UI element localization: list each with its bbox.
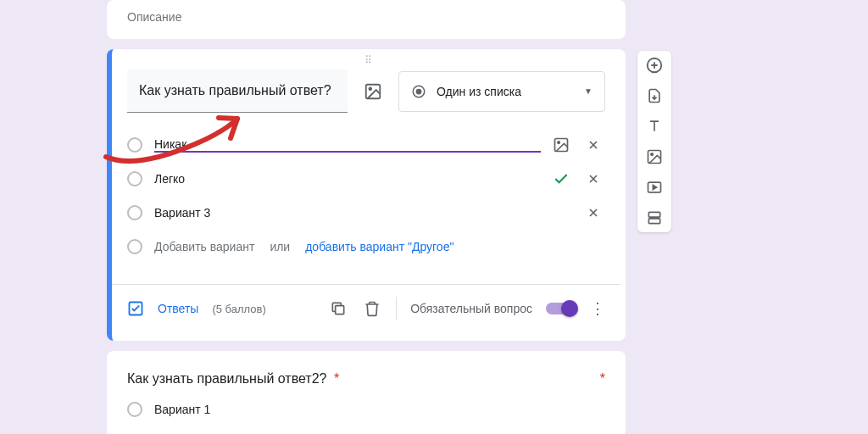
option-input[interactable]: Легко: [154, 172, 541, 186]
add-title-button[interactable]: [645, 117, 664, 136]
svg-rect-13: [648, 219, 659, 224]
add-or-label: или: [270, 240, 290, 253]
add-question-button[interactable]: [645, 56, 664, 75]
option-row: Легко: [127, 162, 605, 196]
question-image-button[interactable]: [358, 76, 388, 107]
radio-empty-icon: [127, 137, 142, 153]
question-title-input[interactable]: Как узнать правильный ответ?: [127, 70, 348, 113]
radio-empty-icon: [127, 402, 142, 417]
option-row: Никак: [127, 128, 605, 162]
description-card: Описание: [107, 0, 626, 39]
import-questions-button[interactable]: [645, 86, 664, 105]
points-label: (5 баллов): [212, 303, 265, 315]
svg-point-5: [558, 142, 560, 144]
svg-rect-7: [336, 306, 344, 314]
toolbar-sidebar: [637, 51, 671, 232]
option-image-icon[interactable]: [553, 136, 570, 153]
add-video-button[interactable]: [645, 178, 664, 197]
required-star-icon: *: [334, 371, 339, 386]
required-toggle[interactable]: [546, 303, 576, 314]
option-input[interactable]: Никак: [154, 137, 541, 153]
svg-point-3: [416, 88, 422, 94]
add-section-button[interactable]: [645, 209, 664, 227]
question-card: ⠿ Как узнать правильный ответ? Один из с…: [107, 49, 626, 341]
answers-icon: [127, 300, 144, 317]
drag-handle-icon[interactable]: ⠿: [364, 54, 374, 66]
duplicate-button[interactable]: [328, 298, 348, 319]
chevron-down-icon: ▼: [584, 86, 593, 96]
description-label[interactable]: Описание: [127, 10, 605, 24]
remove-option-icon[interactable]: [585, 204, 602, 221]
option-row: Вариант 3: [127, 196, 605, 230]
required-label: Обязательный вопрос: [410, 302, 532, 315]
more-options-button[interactable]: ⋮: [590, 299, 605, 318]
add-other-button[interactable]: добавить вариант "Другое": [305, 240, 453, 253]
question2-title: Как узнать правильный ответ2?: [127, 371, 326, 386]
add-option-row: Добавить вариант или добавить вариант "Д…: [127, 230, 605, 264]
delete-button[interactable]: [362, 298, 382, 319]
question-type-select[interactable]: Один из списка ▼: [398, 71, 605, 112]
option-input[interactable]: Вариант 3: [154, 206, 573, 220]
add-option-button[interactable]: Добавить вариант: [154, 240, 254, 253]
svg-point-10: [651, 153, 654, 156]
remove-option-icon[interactable]: [585, 170, 602, 187]
option-label: Вариант 1: [154, 403, 605, 416]
correct-answer-icon: [553, 170, 570, 187]
remove-option-icon[interactable]: [585, 136, 602, 153]
radio-empty-icon: [127, 205, 142, 220]
answers-button[interactable]: Ответы: [158, 302, 198, 315]
radio-empty-icon: [127, 171, 142, 186]
required-indicator-icon: *: [600, 371, 605, 387]
radio-empty-icon: [127, 239, 142, 254]
radio-icon: [411, 84, 426, 99]
svg-point-1: [369, 87, 371, 90]
svg-rect-12: [648, 212, 659, 217]
add-image-button[interactable]: [645, 147, 664, 166]
question2-card[interactable]: * Как узнать правильный ответ2? * Вариан…: [107, 351, 626, 434]
